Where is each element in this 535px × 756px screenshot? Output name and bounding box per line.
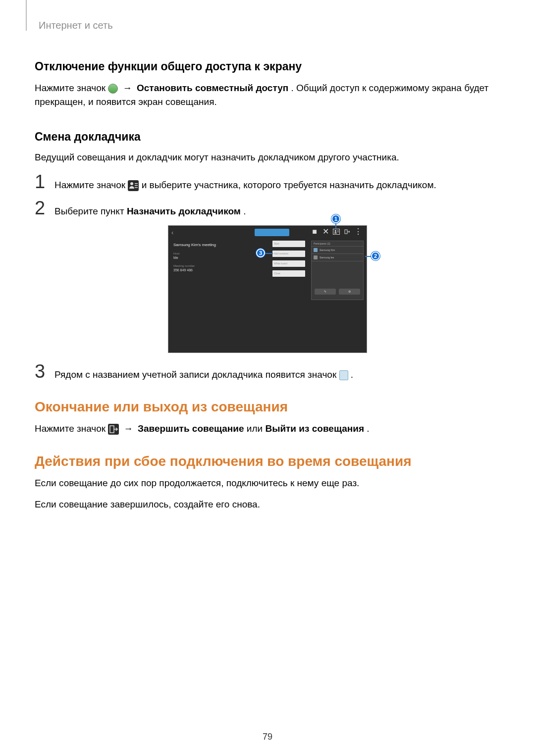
share-stop-icon [108, 84, 118, 94]
exit-meeting-icon [108, 424, 119, 435]
left-rule [26, 0, 27, 31]
svg-point-4 [335, 230, 336, 231]
svg-rect-6 [337, 232, 339, 232]
step-2: 2 Выберите пункт Назначить докладчиком . [35, 199, 500, 218]
text: Нажмите значок [35, 423, 108, 434]
breadcrumb: Интернет и сеть [39, 20, 500, 31]
settings-button: ⚙ [339, 289, 360, 295]
svg-rect-3 [135, 187, 138, 188]
callout-2: 2 [371, 252, 380, 260]
arrow-icon: → [122, 423, 138, 434]
svg-rect-1 [135, 183, 138, 184]
callout-3: 3 [256, 249, 265, 257]
svg-rect-2 [135, 185, 138, 186]
host-value: Me [173, 256, 243, 259]
doc-item: Start [272, 241, 305, 247]
doc-item: White board [272, 260, 305, 267]
fig-left-panel: Samsung Kim's meeting Host Me Meeting nu… [173, 243, 243, 277]
step-text: Рядом с названием учетной записи докладч… [54, 363, 353, 382]
text: Выберите пункт [54, 206, 127, 216]
step-number: 3 [35, 362, 54, 381]
share-screen-button [255, 229, 289, 236]
participants-panel-icon [333, 229, 340, 235]
text: или [247, 423, 266, 434]
text: и выберите участника, которого требуется… [142, 180, 436, 190]
participant-name: Samsung lee [320, 256, 334, 259]
step-number: 2 [35, 199, 54, 217]
text: . [367, 423, 369, 434]
svg-rect-5 [337, 230, 339, 231]
page-number: 79 [0, 732, 535, 742]
step-1: 1 Нажмите значок и выберите участника, к… [35, 172, 500, 192]
heading-reconnect: Действия при сбое подключения во время с… [35, 454, 500, 469]
doc-item: Close [272, 270, 305, 277]
svg-rect-7 [345, 230, 347, 234]
svg-rect-8 [110, 426, 114, 433]
arrow-icon: → [121, 83, 137, 93]
step-3: 3 Рядом с названием учетной записи докла… [35, 362, 500, 382]
presenter-icon [339, 370, 348, 380]
heading-end-meeting: Окончание или выход из совещания [35, 399, 500, 415]
participant-badge-icon [314, 255, 318, 259]
step-number: 1 [35, 172, 54, 191]
bold-text: Завершить совещание [138, 423, 244, 434]
bold-text: Назначить докладчиком [127, 206, 241, 216]
meeting-number-value: 356 849 486 [173, 268, 243, 272]
edit-button: ✎ [315, 289, 336, 295]
screenshot-figure: ‹ ■ ✕ ⋮ [168, 225, 367, 353]
meeting-number-label: Meeting number [173, 264, 243, 267]
text: Нажмите значок [35, 83, 108, 93]
bold-text: Остановить совместный доступ [137, 83, 288, 93]
host-label: Host [173, 252, 243, 255]
fig-participants-panel: Participants (2) Samsung Kim Samsung lee… [311, 241, 364, 300]
more-icon: ⋮ [355, 229, 362, 235]
participant-row: Samsung lee [312, 254, 363, 261]
text: Рядом с названием учетной записи докладч… [54, 369, 339, 380]
mute-icon: ✕ [322, 229, 329, 235]
participants-icon [128, 180, 139, 191]
exit-icon [344, 229, 351, 235]
text: . [351, 369, 353, 380]
back-icon: ‹ [171, 229, 173, 236]
text: Нажмите значок [54, 180, 128, 190]
callout-1: 1 [331, 214, 340, 223]
doc-item: Add contents [272, 251, 305, 257]
content: Отключение функции общего доступа к экра… [35, 60, 500, 511]
heading-change-presenter: Смена докладчика [35, 130, 500, 144]
bold-text: Выйти из совещания [265, 423, 364, 434]
para-end-meeting: Нажмите значок → Завершить совещание или… [35, 422, 500, 436]
presenter-badge-icon [314, 248, 318, 252]
step-text: Выберите пункт Назначить докладчиком . [54, 200, 246, 218]
svg-point-0 [130, 182, 133, 185]
participant-name: Samsung Kim [320, 249, 335, 252]
participants-header: Participants (2) [312, 241, 363, 247]
para-reconnect-2: Если совещание завершилось, создайте его… [35, 498, 500, 511]
para-disable-share: Нажмите значок → Остановить совместный д… [35, 81, 500, 108]
participant-row: Samsung Kim [312, 247, 363, 254]
fig-docs: Start Add contents White board Close [272, 241, 305, 280]
step-text: Нажмите значок и выберите участника, кот… [54, 173, 436, 192]
heading-disable-share: Отключение функции общего доступа к экра… [35, 60, 500, 73]
text: . [243, 206, 246, 216]
figure-wrap: ‹ ■ ✕ ⋮ [35, 225, 500, 353]
para-change-presenter: Ведущий совещания и докладчик могут назн… [35, 151, 500, 164]
para-reconnect-1: Если совещание до сих пор продолжается, … [35, 476, 500, 490]
page: Интернет и сеть Отключение функции общег… [0, 0, 535, 511]
fig-toolbar: ■ ✕ ⋮ [311, 229, 362, 235]
fig-topbar: ‹ ■ ✕ ⋮ [171, 229, 364, 238]
meeting-title: Samsung Kim's meeting [173, 243, 243, 247]
panel-buttons: ✎ ⚙ [312, 286, 363, 298]
video-icon: ■ [311, 229, 318, 235]
